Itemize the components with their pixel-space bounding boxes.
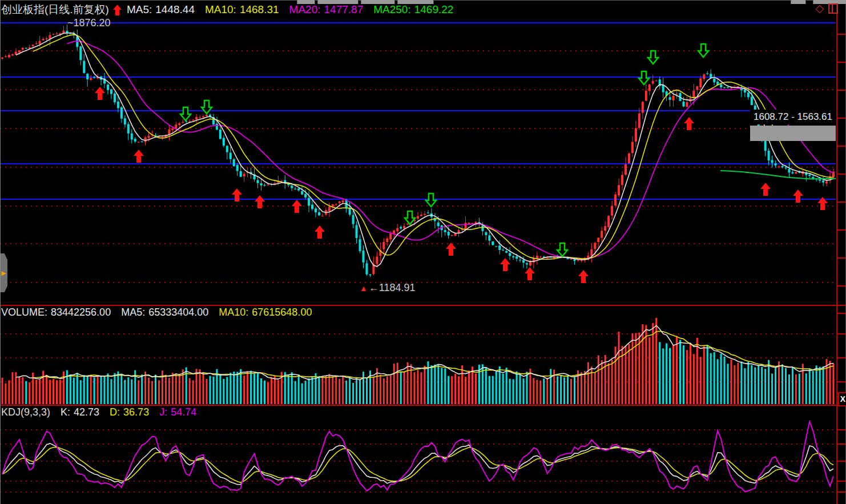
low-annotation: ▲ ←1184.91 [360,282,416,294]
instrument-title: 创业板指(日线.前复权) [1,2,109,17]
chart-header: 创业板指(日线.前复权) MA5:1448.44 MA10:1468.31 MA… [1,3,464,16]
kdj-indicator-name: KDJ(9,3,3) [1,406,50,418]
trading-terminal: 创业板指(日线.前复权) MA5:1448.44 MA10:1468.31 MA… [0,0,846,504]
close-indicator-button[interactable]: X [838,392,846,406]
volume-pane[interactable]: VOLUME:83442256.00 MA5:65333404.00 MA10:… [0,306,846,405]
expand-arrow-icon: ▶ [1,269,6,277]
measure-range-band [750,126,836,141]
kdj-title-row: KDJ(9,3,3) K:42.73 D:36.73 J:54.74 [1,406,207,418]
volume-ma5-readout: MA5:65333404.00 [121,307,208,318]
kdj-k-readout: K:42.73 [61,406,99,418]
trend-up-arrow-icon [112,4,122,16]
sidebar-expand-handle[interactable]: ▶ [0,253,7,292]
volume-readout: VOLUME:83442256.00 [1,307,111,318]
ma5-readout: MA5:1448.44 [127,3,195,16]
volume-title-row: VOLUME:83442256.00 MA5:65333404.00 MA10:… [1,307,322,318]
measure-range-label: 1608.72 - 1563.61 [750,110,836,124]
low-marker-icon: ▲ [360,284,368,293]
high-annotation: ~1876.20 [67,17,111,29]
split-window-icon[interactable] [828,3,838,14]
ma10-readout: MA10:1468.31 [205,3,279,16]
kdj-d-readout: D:36.73 [110,406,149,418]
ma250-readout: MA250:1469.22 [373,3,453,16]
pane-corner-controls: ◇ [815,3,838,14]
volume-ma10-readout: MA10:67615648.00 [219,307,312,318]
diamond-icon[interactable]: ◇ [815,3,824,14]
kdj-pane[interactable]: KDJ(9,3,3) K:42.73 D:36.73 J:54.74 [0,406,846,504]
ma20-readout: MA20:1477.87 [289,3,364,16]
kdj-j-readout: J:54.74 [159,406,196,418]
main-chart-pane[interactable]: ~1876.20 ▲ ←1184.91 1608.72 - 1563.61 [0,16,846,305]
toolbar-fragment[interactable] [791,0,806,4]
